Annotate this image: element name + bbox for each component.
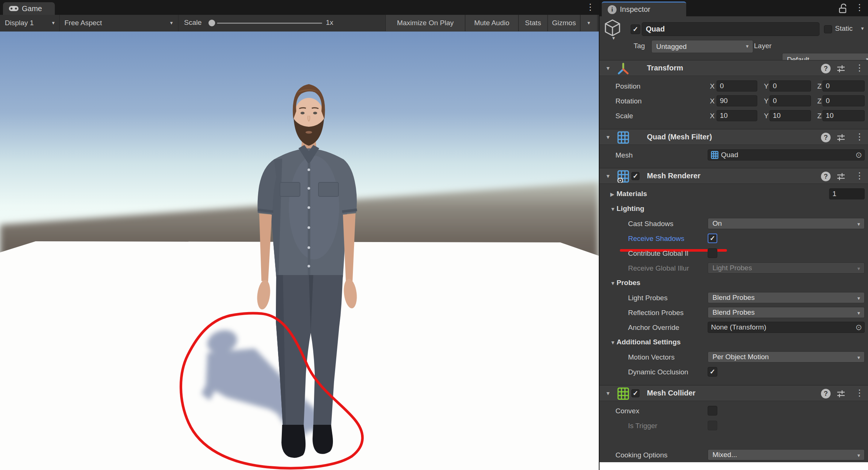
position-x-field[interactable]: 0	[717, 80, 757, 92]
scale-x-field[interactable]: 10	[717, 110, 757, 121]
static-checkbox[interactable]	[824, 25, 832, 33]
rotation-y-field[interactable]: 0	[769, 95, 811, 106]
gameobject-cube-icon[interactable]	[603, 19, 622, 38]
gamepad-icon	[9, 6, 19, 11]
mesh-mini-icon	[711, 151, 718, 159]
chevron-down-icon: ▼	[857, 222, 861, 227]
anchor-override-label: Anchor Override	[628, 324, 679, 332]
foldout-open-icon[interactable]: ▼	[605, 65, 611, 71]
layer-label: Layer	[754, 42, 772, 50]
foldout-open-icon[interactable]: ▼	[610, 340, 615, 345]
transform-icon	[617, 62, 630, 75]
scale-z-field[interactable]: 10	[822, 110, 865, 121]
lock-open-icon[interactable]	[838, 3, 848, 14]
object-picker-icon[interactable]: ⊙	[854, 323, 863, 332]
scale-slider-track[interactable]	[217, 23, 322, 24]
tab-game[interactable]: Game	[3, 2, 55, 15]
foldout-open-icon[interactable]: ▼	[605, 390, 611, 396]
mesh-filter-header[interactable]: ▼ Quad (Mesh Filter) ? ⋮	[600, 129, 868, 145]
mesh-renderer-title: Mesh Renderer	[647, 172, 701, 180]
lighting-label: Lighting	[617, 205, 644, 213]
materials-row[interactable]: ▶ Materials 1	[600, 186, 868, 201]
foldout-open-icon[interactable]: ▼	[605, 134, 611, 140]
mesh-row: Mesh Quad ⊙	[600, 148, 868, 162]
object-picker-icon[interactable]: ⊙	[854, 150, 863, 159]
gizmos-button[interactable]: Gizmos	[547, 15, 580, 31]
tag-dropdown[interactable]: Untagged ▼	[651, 40, 753, 53]
help-icon[interactable]: ?	[821, 172, 831, 181]
help-icon[interactable]: ?	[821, 389, 831, 398]
foldout-open-icon[interactable]: ▼	[610, 280, 615, 286]
mute-audio-button[interactable]: Mute Audio	[465, 15, 518, 31]
gizmos-dropdown-button[interactable]: ▼	[580, 15, 597, 31]
presets-icon[interactable]	[837, 389, 845, 398]
mesh-renderer-header[interactable]: ▼ ✓ Mesh Renderer ? ⋮	[600, 168, 868, 184]
axis-x-label: X	[710, 97, 715, 105]
mesh-collider-enabled-checkbox[interactable]: ✓	[631, 389, 640, 397]
presets-icon[interactable]	[837, 64, 845, 73]
scale-slider-knob[interactable]	[208, 20, 215, 26]
receive-shadows-checkbox[interactable]: ✓	[708, 234, 717, 243]
position-row: Position X 0 Y 0 Z 0	[600, 79, 868, 93]
motion-vectors-dropdown[interactable]: Per Object Motion ▼	[708, 351, 865, 363]
is-trigger-row: Is Trigger	[600, 418, 868, 433]
tab-inspector-label: Inspector	[620, 5, 650, 14]
component-menu-kebab-icon[interactable]: ⋮	[855, 388, 864, 397]
help-icon[interactable]: ?	[821, 133, 831, 142]
anchor-override-value: None (Transform)	[711, 323, 766, 331]
info-icon: i	[608, 5, 617, 14]
contribute-gi-checkbox[interactable]	[708, 248, 717, 258]
receive-gi-row: Receive Global Illur Light Probes ▼	[600, 261, 868, 275]
maximize-on-play-button[interactable]: Maximize On Play	[385, 15, 465, 31]
lighting-row[interactable]: ▼ Lighting	[600, 201, 868, 216]
convex-checkbox[interactable]	[708, 406, 717, 416]
cooking-options-dropdown[interactable]: Mixed... ▼	[708, 449, 865, 460]
game-menu-kebab-icon[interactable]: ⋮	[586, 3, 595, 11]
gameobject-icon-caret-icon[interactable]: ▼	[611, 36, 616, 41]
tab-game-label: Game	[22, 4, 42, 13]
reflection-probes-dropdown[interactable]: Blend Probes ▼	[708, 307, 865, 318]
mesh-collider-header[interactable]: ▼ ✓ Mesh Collider ? ⋮	[600, 385, 868, 401]
foldout-open-icon[interactable]: ▼	[605, 173, 611, 179]
component-menu-kebab-icon[interactable]: ⋮	[855, 63, 864, 72]
gameobject-active-checkbox[interactable]: ✓	[631, 24, 640, 34]
game-scene-viewport[interactable]	[0, 32, 599, 470]
mesh-renderer-enabled-checkbox[interactable]: ✓	[631, 172, 640, 180]
scale-value: 1x	[326, 19, 333, 27]
component-menu-kebab-icon[interactable]: ⋮	[855, 171, 864, 180]
reflection-probes-label: Reflection Probes	[628, 309, 684, 317]
is-trigger-label: Is Trigger	[628, 422, 657, 430]
presets-icon[interactable]	[837, 172, 845, 181]
mesh-object-field[interactable]: Quad ⊙	[708, 149, 865, 160]
rotation-x-field[interactable]: 90	[717, 95, 757, 106]
anchor-override-field[interactable]: None (Transform) ⊙	[708, 322, 865, 333]
foldout-closed-icon[interactable]: ▶	[610, 191, 614, 197]
position-y-field[interactable]: 0	[769, 80, 811, 92]
aspect-dropdown[interactable]: Free Aspect ▼	[60, 15, 178, 31]
stats-button[interactable]: Stats	[518, 15, 547, 31]
foldout-open-icon[interactable]: ▼	[610, 206, 615, 212]
materials-count-field[interactable]: 1	[829, 188, 865, 199]
scale-y-field[interactable]: 10	[769, 110, 811, 121]
receive-gi-label: Receive Global Illur	[628, 264, 689, 272]
dynamic-occlusion-checkbox[interactable]: ✓	[708, 367, 717, 377]
tab-inspector[interactable]: i Inspector	[602, 1, 686, 16]
aspect-dropdown-label: Free Aspect	[64, 19, 102, 27]
materials-label: Materials	[617, 190, 647, 198]
static-dropdown-caret-icon[interactable]: ▼	[860, 26, 865, 31]
gameobject-name-field[interactable]: Quad	[642, 22, 819, 36]
inspector-menu-kebab-icon[interactable]: ⋮	[855, 3, 864, 12]
position-z-field[interactable]: 0	[822, 80, 865, 92]
chevron-down-icon: ▼	[587, 20, 591, 26]
presets-icon[interactable]	[837, 133, 845, 142]
cast-shadows-dropdown[interactable]: On ▼	[708, 218, 865, 229]
probes-row[interactable]: ▼ Probes	[600, 275, 868, 290]
rotation-z-field[interactable]: 0	[822, 95, 865, 106]
transform-header[interactable]: ▼ Transform ? ⋮	[600, 60, 868, 76]
chevron-down-icon: ▼	[857, 453, 861, 458]
light-probes-dropdown[interactable]: Blend Probes ▼	[708, 292, 865, 303]
display-dropdown[interactable]: Display 1 ▼	[0, 15, 59, 31]
component-menu-kebab-icon[interactable]: ⋮	[855, 132, 864, 141]
additional-settings-row[interactable]: ▼ Additional Settings	[600, 335, 868, 350]
help-icon[interactable]: ?	[821, 64, 831, 73]
